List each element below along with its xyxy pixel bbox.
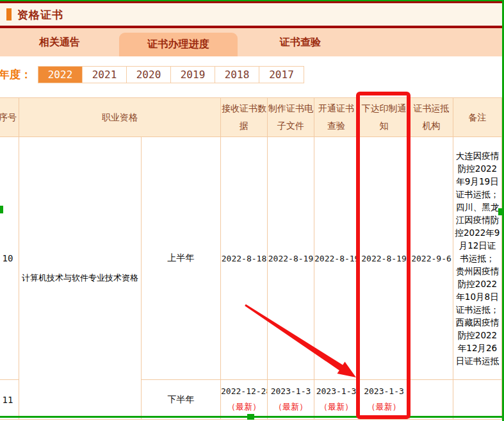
row10-efile-date: 2022-8-19 <box>268 254 314 263</box>
year-button-2020[interactable]: 2020 <box>127 67 171 83</box>
row11-verify-date: 2023-1-3 <box>314 386 358 396</box>
year-button-2017[interactable]: 2017 <box>259 67 304 83</box>
year-button-2019[interactable]: 2019 <box>171 67 215 83</box>
row10-index: 10 <box>0 137 19 380</box>
table-row: 10 计算机技术与软件专业技术资格 上半年 2022-8-18 2022-8-1… <box>0 137 502 380</box>
row10-half-year: 上半年 <box>142 137 221 380</box>
year-button-2022[interactable]: 2022 <box>38 67 83 83</box>
row11-received-latest-badge: （最新） <box>221 401 267 413</box>
row11-arrival-empty <box>410 380 453 420</box>
header-qualification: 职业资格 <box>19 98 221 137</box>
progress-table: 序号 职业资格 接收证书数据 制作证书电子文件 开通证书查验 下达印制通知 证书… <box>0 97 502 420</box>
selection-handle-bottom[interactable] <box>247 414 254 420</box>
certificate-progress-page: 资格证书 相关通告 证书办理进度 证书查验 年度： 2022 2021 2020… <box>0 0 504 421</box>
row11-half-year: 下半年 <box>142 380 221 420</box>
selection-handle-left[interactable] <box>0 206 3 213</box>
row11-print-notice-latest-badge: （最新） <box>359 401 409 413</box>
year-filter-group: 2022 2021 2020 2019 2018 2017 <box>38 66 304 83</box>
header-index: 序号 <box>0 98 19 137</box>
tab-bar: 相关通告 证书办理进度 证书查验 <box>0 28 502 56</box>
row10-received-date: 2022-8-18 <box>221 254 267 263</box>
row10-print-notice-date: 2022-8-19 <box>359 254 409 263</box>
tab-related-notices[interactable]: 相关通告 <box>0 28 119 56</box>
year-button-2021[interactable]: 2021 <box>83 67 127 83</box>
tab-certificate-check[interactable]: 证书查验 <box>238 28 363 56</box>
page-title: 资格证书 <box>17 8 63 22</box>
year-filter-label: 年度： <box>0 67 31 82</box>
title-accent-block-icon <box>6 8 12 21</box>
header-print-notice: 下达印制通知 <box>359 98 410 137</box>
row11-index: 11 <box>0 380 19 420</box>
row11-efile-latest-badge: （最新） <box>268 401 314 413</box>
selection-handle-right[interactable] <box>498 208 504 215</box>
tab-certificate-progress[interactable]: 证书办理进度 <box>119 33 238 56</box>
year-button-2018[interactable]: 2018 <box>215 67 259 83</box>
header-e-file: 制作证书电子文件 <box>268 98 314 137</box>
row11-verify-latest-badge: （最新） <box>314 401 358 413</box>
header-arrival: 证书运抵机构 <box>410 98 453 137</box>
header-verify: 开通证书查验 <box>314 98 359 137</box>
selection-border-top <box>0 0 504 1</box>
qualification-cell: 计算机技术与软件专业技术资格 <box>19 137 142 420</box>
table-header-row: 序号 职业资格 接收证书数据 制作证书电子文件 开通证书查验 下达印制通知 证书… <box>0 98 502 137</box>
row10-note: 大连因疫情防控2022年9月19日证书运抵； 四川、黑龙江因疫情防控2022年9… <box>453 137 502 380</box>
row10-arrival-date: 2022-9-6 <box>410 254 453 263</box>
row11-print-notice-date: 2023-1-3 <box>359 386 409 396</box>
row10-verify-date: 2022-8-19 <box>314 254 358 263</box>
header-note: 备注 <box>453 98 502 137</box>
row11-received-date: 2022-12-28 <box>221 386 267 396</box>
row11-note-empty <box>453 380 502 420</box>
row11-efile-date: 2023-1-3 <box>268 386 314 396</box>
header-received: 接收证书数据 <box>221 98 268 137</box>
title-bar: 资格证书 <box>0 3 502 26</box>
